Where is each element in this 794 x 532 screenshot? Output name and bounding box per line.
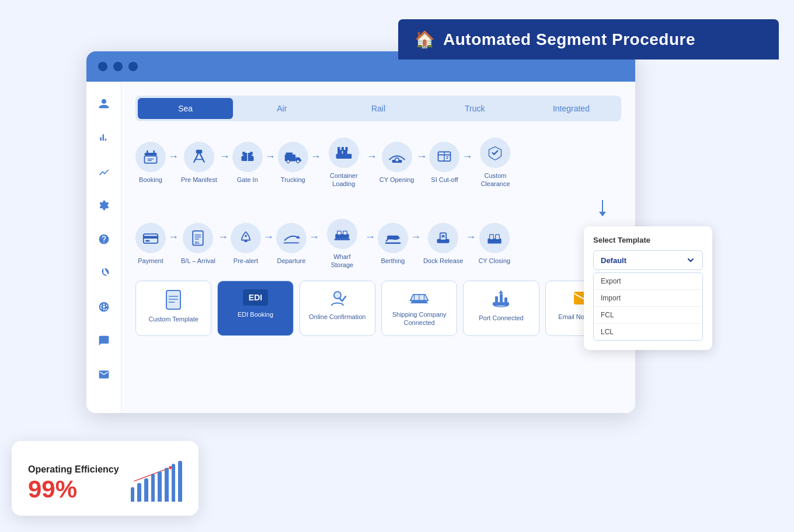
step-label-container-loading: Container Loading bbox=[323, 172, 364, 188]
svg-rect-22 bbox=[345, 147, 347, 151]
arrow-1: → bbox=[166, 150, 181, 163]
card-label-online-confirmation: Online Confirmation bbox=[309, 313, 365, 321]
svg-rect-7 bbox=[196, 150, 203, 153]
sidebar-item-user[interactable] bbox=[93, 93, 114, 114]
step-berthing: Berthing bbox=[378, 223, 408, 265]
svg-point-24 bbox=[395, 158, 399, 162]
svg-rect-49 bbox=[443, 236, 444, 239]
svg-point-58 bbox=[334, 292, 341, 299]
arrow-r2-3: → bbox=[261, 231, 276, 243]
svg-rect-39 bbox=[284, 242, 300, 243]
svg-rect-52 bbox=[495, 235, 499, 239]
svg-rect-13 bbox=[285, 155, 295, 162]
dropdown-option-lcl[interactable]: LCL bbox=[594, 324, 702, 340]
svg-rect-0 bbox=[145, 153, 157, 155]
card-label-shipping-company: Shipping Company Connected bbox=[386, 310, 452, 327]
svg-rect-20 bbox=[337, 147, 340, 151]
step-label-payment: Payment bbox=[138, 257, 163, 265]
svg-rect-30 bbox=[145, 240, 149, 242]
svg-rect-29 bbox=[144, 236, 158, 238]
window-dot-1 bbox=[98, 62, 107, 71]
step-circle-container-loading bbox=[329, 138, 359, 168]
svg-rect-16 bbox=[285, 153, 292, 156]
step-label-trucking: Trucking bbox=[281, 176, 305, 184]
workflow-row-1: Booking → Pre Manifest → bbox=[135, 138, 621, 188]
svg-rect-54 bbox=[166, 290, 180, 309]
tab-truck[interactable]: Truck bbox=[427, 98, 523, 119]
arrow-r2-5: → bbox=[363, 231, 378, 243]
step-bl-arrival: B/L B/L – Arrival bbox=[181, 223, 215, 265]
efficiency-chart bbox=[131, 455, 182, 502]
svg-rect-63 bbox=[500, 294, 503, 303]
step-circle-pre-alert bbox=[231, 223, 261, 253]
card-label-port-connected: Port Connected bbox=[479, 314, 523, 322]
card-online-confirmation[interactable]: Online Confirmation bbox=[300, 281, 375, 336]
step-cy-opening: CY Opening bbox=[379, 142, 415, 184]
step-label-departure: Departure bbox=[277, 257, 305, 265]
step-pre-alert: Pre-alert bbox=[231, 223, 261, 265]
arrow-2: → bbox=[217, 150, 232, 163]
bar-7 bbox=[172, 464, 176, 502]
chevron-down-icon bbox=[686, 256, 695, 265]
svg-rect-1 bbox=[147, 150, 148, 153]
tab-rail[interactable]: Rail bbox=[330, 98, 426, 119]
edi-badge: EDI bbox=[243, 289, 268, 306]
arrow-4: → bbox=[308, 150, 323, 163]
step-circle-payment bbox=[135, 223, 166, 253]
bar-3 bbox=[144, 478, 148, 502]
step-label-cy-closing: CY Closing bbox=[478, 257, 510, 265]
svg-rect-42 bbox=[343, 231, 347, 235]
sidebar-item-globe[interactable] bbox=[93, 296, 114, 317]
sidebar-item-chart[interactable] bbox=[93, 127, 114, 148]
efficiency-label: Operating Efficiency bbox=[28, 464, 119, 475]
step-circle-bl-arrival: B/L bbox=[183, 223, 213, 253]
efficiency-card: Operating Efficiency 99% bbox=[12, 441, 198, 516]
svg-rect-2 bbox=[153, 150, 155, 153]
step-payment: Payment bbox=[135, 223, 166, 265]
arrow-7: → bbox=[459, 150, 475, 163]
tab-sea[interactable]: Sea bbox=[138, 98, 233, 119]
svg-rect-64 bbox=[504, 298, 507, 303]
step-si-cutoff: SI Cut-off bbox=[429, 142, 459, 184]
card-port-connected[interactable]: Port Connected bbox=[463, 281, 539, 336]
card-shipping-company[interactable]: Shipping Company Connected bbox=[381, 281, 457, 336]
arrow-r2-2: → bbox=[215, 231, 231, 243]
svg-point-37 bbox=[245, 235, 247, 237]
step-gate-in: Gate In bbox=[232, 142, 263, 184]
sidebar-item-chat[interactable] bbox=[93, 330, 114, 351]
window-dot-2 bbox=[113, 62, 123, 71]
sidebar-item-settings[interactable] bbox=[93, 195, 114, 216]
tab-air[interactable]: Air bbox=[234, 98, 329, 119]
step-label-cy-opening: CY Opening bbox=[379, 176, 415, 184]
dropdown-option-export[interactable]: Export bbox=[594, 273, 702, 290]
workflow-row-2: Payment → B/L B/L – Arrival bbox=[135, 219, 621, 270]
header-banner: 🏠 Automated Segment Procedure bbox=[398, 19, 779, 60]
dropdown-select-row[interactable]: Default bbox=[593, 250, 703, 270]
step-circle-si-cutoff bbox=[429, 142, 459, 172]
svg-point-15 bbox=[297, 160, 300, 163]
step-circle-trucking bbox=[278, 142, 308, 172]
arrow-5: → bbox=[364, 150, 379, 163]
card-edi-booking[interactable]: EDI EDI Booking bbox=[217, 281, 293, 336]
sidebar bbox=[86, 82, 121, 413]
sidebar-item-help[interactable] bbox=[93, 229, 114, 250]
dropdown-option-import[interactable]: Import bbox=[594, 290, 702, 307]
card-custom-template[interactable]: Custom Template bbox=[135, 281, 211, 336]
sidebar-item-pie[interactable] bbox=[93, 262, 114, 284]
step-label-berthing: Berthing bbox=[381, 257, 405, 265]
dropdown-selected-value: Default bbox=[601, 256, 626, 265]
step-pre-manifest: Pre Manifest bbox=[181, 142, 217, 184]
step-label-custom-clearance: Custom Clearance bbox=[475, 172, 516, 188]
template-dropdown: Select Template Default Export Import FC… bbox=[584, 226, 712, 350]
step-label-dock-release: Dock Release bbox=[423, 257, 463, 265]
tab-integrated[interactable]: Integrated bbox=[524, 98, 619, 119]
sidebar-item-trend[interactable] bbox=[93, 161, 114, 182]
step-label-booking: Booking bbox=[139, 176, 162, 184]
svg-point-14 bbox=[287, 160, 290, 163]
bar-6 bbox=[165, 468, 169, 502]
dropdown-option-fcl[interactable]: FCL bbox=[594, 307, 702, 324]
sidebar-item-mail[interactable] bbox=[93, 364, 114, 385]
step-circle-cy-closing bbox=[479, 223, 510, 253]
step-custom-clearance: Custom Clearance bbox=[475, 138, 516, 188]
card-label-custom-template: Custom Template bbox=[148, 315, 198, 323]
